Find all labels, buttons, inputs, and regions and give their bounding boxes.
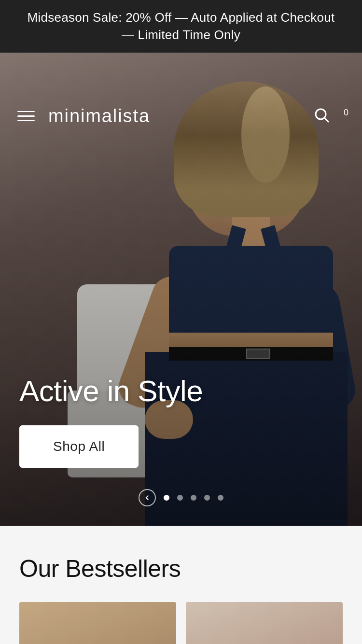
header-left: minimalista [17, 106, 150, 126]
search-button[interactable] [313, 106, 330, 126]
svg-line-1 [325, 118, 329, 122]
svg-point-0 [316, 109, 326, 119]
bestsellers-title: Our Bestsellers [19, 555, 343, 583]
carousel-dot-2[interactable] [177, 495, 183, 501]
announcement-bar: Midseason Sale: 20% Off — Auto Applied a… [0, 0, 362, 53]
model-belt-buckle [246, 349, 270, 359]
cart-count: 0 [344, 108, 348, 118]
shop-all-button[interactable]: Shop All [19, 425, 139, 468]
header-right: 0 [313, 106, 345, 126]
carousel-dots [0, 489, 362, 506]
hamburger-line-1 [17, 111, 35, 112]
hero-content: Active in Style Shop All [19, 374, 203, 468]
bestsellers-section: Our Bestsellers [0, 526, 362, 644]
menu-button[interactable] [17, 111, 35, 122]
product-image-2 [186, 602, 343, 644]
hamburger-line-2 [17, 115, 35, 117]
carousel-prev-button[interactable] [139, 489, 156, 506]
carousel-dot-4[interactable] [204, 495, 210, 501]
brand-logo[interactable]: minimalista [48, 106, 150, 126]
product-image-1 [19, 602, 176, 644]
bestsellers-grid [19, 602, 343, 644]
hero-title: Active in Style [19, 374, 203, 408]
carousel-dot-1[interactable] [164, 495, 169, 501]
site-header: minimalista 0 [0, 96, 362, 136]
announcement-text: Midseason Sale: 20% Off — Auto Applied a… [28, 10, 335, 42]
hero-section: minimalista 0 Active in Style Shop All [0, 53, 362, 526]
carousel-dot-3[interactable] [191, 495, 196, 501]
product-card-1[interactable] [19, 602, 176, 644]
carousel-dot-5[interactable] [218, 495, 223, 501]
product-card-2[interactable] [186, 602, 343, 644]
hamburger-line-3 [17, 120, 35, 122]
